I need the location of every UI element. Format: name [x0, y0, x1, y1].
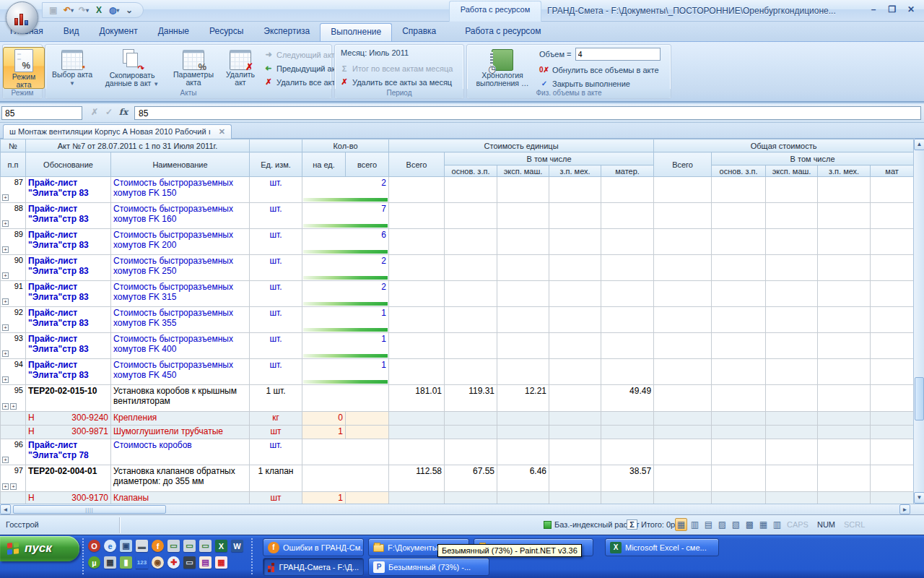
scroll-down-icon[interactable]: ▼ [914, 492, 924, 504]
total-cost-cell[interactable] [712, 307, 766, 333]
row-number-cell[interactable]: 94+ [1, 359, 26, 385]
qty-cell[interactable]: 1 [302, 307, 389, 333]
total-cost-cell[interactable] [871, 439, 913, 465]
total-cost-cell[interactable] [818, 333, 871, 359]
item-name-cell[interactable]: Стоимость быстроразъемных хомутов FK 315 [111, 281, 250, 307]
total-cost-cell[interactable] [712, 359, 766, 385]
laptop-icon[interactable]: ▭ [183, 556, 196, 569]
unit-cost-cell[interactable] [601, 203, 654, 229]
total-cost-cell[interactable] [654, 203, 712, 229]
total-cost-cell[interactable] [712, 333, 766, 359]
router-icon[interactable]: ▬ [136, 540, 148, 552]
item-name-cell[interactable]: Стоимость быстроразъемных хомутов FK 150 [111, 177, 250, 203]
expand-icon[interactable]: + [10, 483, 17, 490]
qty-cell[interactable]: 6 [302, 229, 389, 255]
expand-icon[interactable]: + [2, 457, 9, 463]
row-number-cell[interactable]: 90+ [1, 255, 26, 281]
cost-cell[interactable] [712, 426, 766, 439]
start-button[interactable]: пуск [0, 536, 79, 561]
unit-cost-cell[interactable] [389, 333, 445, 359]
item-name-cell[interactable]: Установка коробов к крышным вентиляторам [111, 385, 250, 412]
save-icon[interactable]: ▣ [47, 4, 60, 17]
row-number-cell[interactable]: 92+ [1, 307, 26, 333]
per-unit-qty-cell[interactable]: 1 [302, 426, 346, 439]
unit-cost-cell[interactable] [549, 465, 601, 492]
expand-icon[interactable]: + [2, 194, 9, 201]
total-cost-cell[interactable] [712, 203, 766, 229]
item-name-cell[interactable]: Стоимость быстроразъемных хомутов FK 200 [111, 229, 250, 255]
unit-cell[interactable]: шт. [250, 177, 302, 203]
cost-cell[interactable] [389, 426, 445, 439]
total-cost-cell[interactable] [712, 465, 766, 492]
unit-cell[interactable]: шт [250, 492, 302, 504]
total-cost-cell[interactable] [654, 229, 712, 255]
total-cost-cell[interactable] [871, 203, 913, 229]
unit-cell[interactable]: шт. [250, 333, 302, 359]
unit-cost-cell[interactable] [549, 177, 601, 203]
justification-cell[interactable]: Прайс-лист "Элита"стр 83 [26, 229, 111, 255]
unit-cost-cell[interactable] [601, 177, 654, 203]
sleduyushchiy-akt-button[interactable]: ➜ Следующий акт [263, 48, 341, 61]
firefox-icon[interactable]: f [152, 540, 164, 552]
justification-cell[interactable]: Прайс-лист "Элита"стр 83 [26, 177, 111, 203]
total-cost-cell[interactable] [871, 385, 913, 412]
row-number-cell[interactable]: 93+ [1, 333, 26, 359]
cost-cell[interactable] [818, 492, 871, 504]
total-cost-cell[interactable] [654, 465, 712, 492]
total-cost-cell[interactable] [654, 281, 712, 307]
cost-cell[interactable] [549, 426, 601, 439]
cost-cell[interactable] [549, 492, 601, 504]
expand-icon[interactable]: + [2, 376, 9, 383]
total-cost-cell[interactable] [766, 281, 818, 307]
cost-cell[interactable] [712, 492, 766, 504]
vertical-scroll-thumb[interactable] [915, 377, 924, 420]
cancel-entry-icon[interactable]: ✗ [88, 107, 101, 117]
unit-cost-cell[interactable]: 6.46 [497, 465, 549, 492]
justification-cell[interactable]: Прайс-лист "Элита"стр 83 [26, 255, 111, 281]
cost-cell[interactable] [445, 412, 497, 426]
justification-cell[interactable]: ТЕР20-02-015-10 [26, 385, 111, 412]
excel-icon[interactable]: X [215, 540, 227, 552]
tab-экспертиза[interactable]: Экспертиза [253, 23, 320, 41]
red-cross-icon[interactable]: ✚ [167, 556, 180, 569]
total-cost-cell[interactable] [871, 281, 913, 307]
tab-выполнение[interactable]: Выполнение [320, 23, 392, 41]
total-cost-cell[interactable] [766, 359, 818, 385]
cost-cell[interactable] [818, 426, 871, 439]
resource-name-cell[interactable]: Шумоглушители трубчатые [111, 426, 250, 439]
unit-cost-cell[interactable] [549, 359, 601, 385]
total-cost-cell[interactable] [712, 385, 766, 412]
row-number-cell[interactable]: 91+ [1, 281, 26, 307]
total-cost-cell[interactable] [818, 385, 871, 412]
total-cost-cell[interactable] [871, 229, 913, 255]
row-number-cell[interactable] [1, 492, 26, 504]
total-cost-cell[interactable] [712, 439, 766, 465]
unit-cost-cell[interactable] [389, 229, 445, 255]
unit-cell[interactable]: шт. [250, 255, 302, 281]
unit-cost-cell[interactable] [549, 333, 601, 359]
row-number-cell[interactable]: 95++ [1, 385, 26, 412]
unit-cost-cell[interactable] [389, 439, 445, 465]
calculator-icon[interactable]: ▦ [104, 556, 116, 569]
row-number-cell[interactable]: 87+ [1, 177, 26, 203]
total-cost-cell[interactable] [712, 281, 766, 307]
total-cost-cell[interactable] [871, 255, 913, 281]
cost-cell[interactable] [871, 426, 913, 439]
view-ruler-button[interactable]: ▥ [771, 518, 783, 531]
qty-cell[interactable]: 2 [302, 281, 389, 307]
row-number-cell[interactable]: 97++ [1, 465, 26, 492]
qty-cell[interactable] [302, 385, 389, 412]
unit-cost-cell[interactable] [549, 229, 601, 255]
cost-cell[interactable] [445, 492, 497, 504]
view-hp-button[interactable]: ▨ [716, 518, 728, 531]
udalit-vse-akty-button[interactable]: ✗ Удалить все акты [263, 75, 341, 89]
document-tab[interactable]: ш Монтаж вентиляции Корпус А Новая 2010 … [3, 124, 232, 139]
unit-cost-cell[interactable] [601, 359, 654, 385]
tab-работа-с-ресурсом[interactable]: Работа с ресурсом [455, 23, 551, 41]
predydushchiy-akt-button[interactable]: ➜ Предыдущий акт [263, 61, 341, 75]
unit-cell[interactable]: шт. [250, 307, 302, 333]
unit-cost-cell[interactable] [549, 203, 601, 229]
itog-po-vsem-aktam-button[interactable]: Σ Итог по всем актам месяца [339, 61, 453, 75]
skopirovat-dannye-button[interactable]: ↷ Скопировать данные в акт ▼ [97, 47, 167, 89]
cost-cell[interactable] [766, 412, 818, 426]
